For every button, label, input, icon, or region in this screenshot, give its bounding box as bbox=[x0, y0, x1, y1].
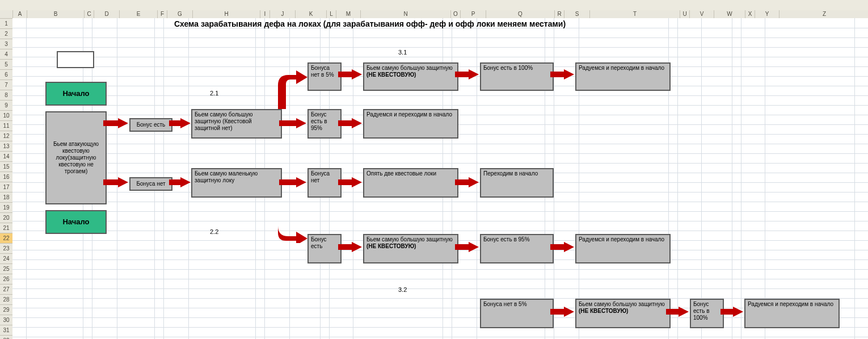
arrow-icon bbox=[720, 307, 743, 317]
box-bonus-95b: Бонус есть в 95% bbox=[480, 234, 554, 263]
box-two-quest: Опять две квестовые локи bbox=[363, 168, 458, 198]
box-bonus-95: Бонус есть в 95% bbox=[307, 109, 342, 139]
text-bold: (НЕ КВЕСТОВУЮ) bbox=[366, 72, 416, 78]
arrow-icon bbox=[550, 242, 574, 252]
arrow-icon bbox=[169, 177, 191, 187]
box-big-def-notquest-1: Бьем самую большую защитную (НЕ КВЕСТОВУ… bbox=[363, 62, 458, 91]
cell-grid[interactable]: Схема зарабатывания дефа на локах (для з… bbox=[12, 18, 868, 339]
text-bold: (НЕ КВЕСТОВУЮ) bbox=[366, 243, 416, 249]
arrow-icon bbox=[338, 118, 362, 128]
box-bonus-100b: Бонус есть в 100% bbox=[690, 299, 724, 328]
arrow-icon bbox=[338, 69, 362, 79]
arrow-icon bbox=[550, 307, 574, 317]
text: Бьем самую большую защитную bbox=[579, 301, 665, 307]
text: Бьем самую большую защитную bbox=[366, 65, 453, 71]
arrow-icon bbox=[455, 242, 479, 252]
arrow-icon bbox=[455, 69, 479, 79]
formula-bar[interactable] bbox=[0, 0, 868, 11]
box-start-bottom: Начало bbox=[45, 210, 107, 234]
arrow-icon bbox=[279, 177, 306, 187]
column-headers[interactable]: ABCDEFGHIJKLMNOPQRSTUVWXYZAAAB bbox=[12, 10, 868, 18]
box-rejoice-4: Радуемся и переходим в начало bbox=[744, 299, 840, 328]
box-go-start: Переходим в начало bbox=[480, 168, 554, 198]
row-headers[interactable]: 1234567891011121314151617181920212223242… bbox=[0, 18, 12, 339]
box-bonus-yes-short: Бонус есть bbox=[307, 234, 342, 263]
arrow-icon bbox=[103, 177, 128, 187]
box-start-top: Начало bbox=[45, 82, 107, 106]
label-2-1: 2.1 bbox=[210, 90, 218, 97]
box-small-def: Бьем самую маленькую защитную локу bbox=[191, 168, 282, 198]
arrow-icon bbox=[103, 118, 128, 128]
arrow-curve-down-icon bbox=[276, 196, 307, 243]
box-big-def-notquest-2: Бьем самую большую защитную (НЕ КВЕСТОВУ… bbox=[363, 234, 458, 263]
arrow-icon bbox=[338, 242, 362, 252]
box-attack-quest: Бьем атакующую квестовую локу(защитную к… bbox=[45, 111, 107, 204]
box-bonus-100: Бонус есть в 100% bbox=[480, 62, 554, 91]
text: Бьем самую большую защитную bbox=[366, 236, 453, 242]
arrow-icon bbox=[169, 118, 191, 128]
box-no-bonus-5b: Бонуса нет в 5% bbox=[480, 299, 554, 328]
box-no-bonus-5: Бонуса нет в 5% bbox=[307, 62, 342, 91]
select-all-corner[interactable] bbox=[0, 10, 13, 18]
box-rejoice-3: Радуемся и переходим в начало bbox=[575, 234, 671, 263]
label-2-2: 2.2 bbox=[210, 228, 218, 235]
box-rejoice-1: Радуемся и переходим в начало bbox=[575, 62, 671, 91]
arrow-icon bbox=[666, 307, 689, 317]
arrow-icon bbox=[279, 118, 306, 128]
text-bold: (НЕ КВЕСТОВУЮ) bbox=[579, 308, 628, 314]
label-3-2: 3.2 bbox=[398, 286, 407, 293]
box-bonus-yes: Бонус есть bbox=[129, 118, 172, 132]
box-big-def-noquestdef: Бьем самую большую защитную (Квестовой з… bbox=[191, 109, 282, 139]
sheet-title: Схема зарабатывания дефа на локах (для з… bbox=[12, 18, 727, 30]
box-rejoice-2: Радуемся и переходим в начало bbox=[363, 109, 458, 139]
spreadsheet-sheet: ABCDEFGHIJKLMNOPQRSTUVWXYZAAAB 123456789… bbox=[0, 0, 868, 339]
arrow-icon bbox=[338, 177, 362, 187]
box-1-0 bbox=[57, 51, 94, 68]
box-bonus-no-short: Бонуса нет bbox=[307, 168, 342, 198]
arrow-icon bbox=[550, 69, 574, 79]
box-bonus-no: Бонуса нет bbox=[129, 177, 172, 191]
arrow-icon bbox=[455, 177, 479, 187]
arrow-curve-up-icon bbox=[276, 68, 307, 109]
label-3-1: 3.1 bbox=[398, 49, 407, 56]
box-big-def-notquest-3: Бьем самую большую защитную (НЕ КВЕСТОВУ… bbox=[575, 299, 671, 328]
